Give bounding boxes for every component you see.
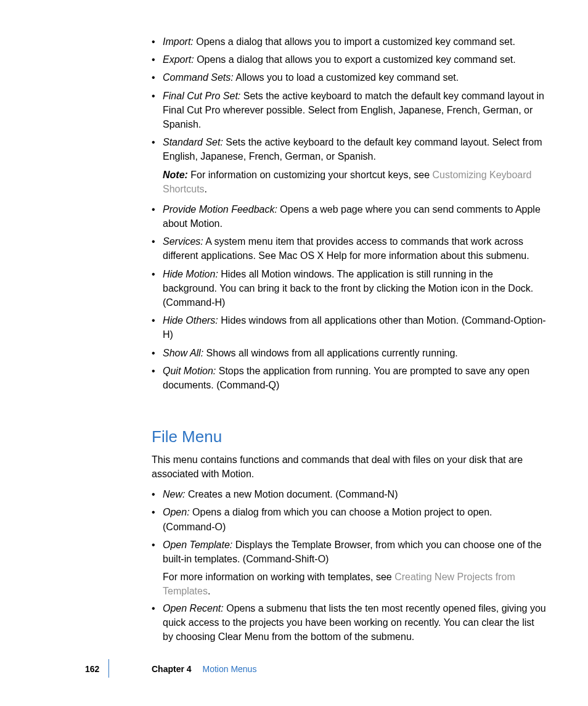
list-item: Standard Set: Sets the active keyboard t… [152,135,546,163]
item-term: Command Sets: [163,72,234,83]
list-item: Services: A system menu item that provid… [152,234,546,263]
item-term: Services: [163,236,203,247]
file-menu-list-cont: Open Recent: Opens a submenu that lists … [152,601,546,644]
item-body: Opens a dialog that allows you to import… [196,36,515,47]
note-text: For information on customizing your shor… [190,170,432,180]
item-term: Standard Set: [163,137,223,147]
item-body: Creates a new Motion document. (Command-… [188,489,398,499]
item-term: Quit Motion: [163,366,216,376]
chapter-label: Chapter 4 [152,664,192,674]
item-body: Opens a dialog that allows you to export… [197,54,516,65]
list-item: Import: Opens a dialog that allows you t… [152,35,546,49]
item-body: Shows all windows from all applications … [206,348,458,358]
item-term: Open: [163,507,190,517]
chapter-title: Motion Menus [202,664,256,674]
item-term: Import: [163,36,194,47]
motion-menu-list: Provide Motion Feedback: Opens a web pag… [152,202,546,392]
footer-rule [108,659,109,678]
page-number: 162 [85,663,99,675]
file-menu-list: New: Creates a new Motion document. (Com… [152,487,546,566]
list-item: Command Sets: Allows you to load a custo… [152,70,546,84]
chapter-reference: Chapter 4 Motion Menus [152,663,256,675]
item-term: Export: [163,54,194,65]
list-item: Export: Opens a dialog that allows you t… [152,52,546,67]
note-after: . [205,184,207,194]
list-item: Hide Motion: Hides all Motion windows. T… [152,267,546,310]
section-heading-file-menu: File Menu [152,425,546,449]
list-item: New: Creates a new Motion document. (Com… [152,487,546,501]
document-page: Import: Opens a dialog that allows you t… [0,0,588,706]
item-body: Stops the application from running. You … [163,366,529,390]
item-body: Hides windows from all applications othe… [163,315,546,340]
list-item: Quit Motion: Stops the application from … [152,364,546,392]
template-info-before: For more information on working with tem… [163,572,394,582]
item-body: Hides all Motion windows. The applicatio… [163,269,533,308]
item-term: Open Recent: [163,603,224,614]
item-term: Open Template: [163,540,232,550]
item-body: Allows you to load a customized key comm… [235,72,459,83]
item-term: Hide Others: [163,315,218,326]
section-intro: This menu contains functions and command… [152,453,546,481]
list-item: Hide Others: Hides windows from all appl… [152,313,546,342]
item-term: Show All: [163,348,203,358]
body-content: Import: Opens a dialog that allows you t… [152,35,546,644]
item-term: New: [163,489,185,499]
list-item: Open: Opens a dialog from which you can … [152,505,546,533]
list-item: Show All: Shows all windows from all app… [152,346,546,360]
note-prefix: Note: [163,170,188,180]
list-item: Open Template: Displays the Template Bro… [152,538,546,566]
template-info-block: For more information on working with tem… [163,570,546,598]
item-term: Hide Motion: [163,269,218,279]
template-info-after: . [208,586,210,596]
command-sets-sublist: Import: Opens a dialog that allows you t… [152,35,546,164]
page-footer: 162 Chapter 4 Motion Menus [0,662,588,675]
list-item: Provide Motion Feedback: Opens a web pag… [152,202,546,231]
list-item: Open Recent: Opens a submenu that lists … [152,601,546,644]
list-item: Final Cut Pro Set: Sets the active keybo… [152,89,546,132]
item-term: Final Cut Pro Set: [163,91,240,101]
item-body: A system menu item that provides access … [163,236,529,261]
item-term: Provide Motion Feedback: [163,204,277,215]
item-body: Opens a dialog from which you can choose… [163,507,492,532]
note-block: Note: For information on customizing you… [163,168,546,196]
